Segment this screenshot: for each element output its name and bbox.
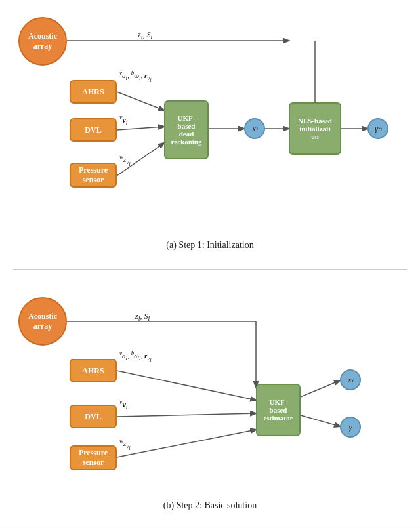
pressure-node-b: Pressure sensor bbox=[70, 445, 117, 470]
math-a-omega-r-a: vai, bωi, rvi bbox=[119, 70, 152, 83]
acoustic-array-node-a: Acoustic array bbox=[18, 17, 67, 66]
ukf-node-b: UKF- based estimator bbox=[256, 384, 301, 436]
gamma-circle-b: γ bbox=[340, 417, 361, 438]
footer-text: Fig. 2. Block diagram of the state initi… bbox=[0, 527, 420, 532]
diagram-b-arrows bbox=[7, 285, 413, 495]
math-v-vi-b: vvi bbox=[119, 398, 128, 411]
diagram-b-section: Acoustic array AHRS DVL Pressure sensor … bbox=[0, 274, 420, 525]
svg-line-10 bbox=[117, 371, 256, 400]
svg-line-14 bbox=[301, 415, 340, 426]
caption-a: (a) Step 1: Initialization bbox=[7, 240, 413, 256]
ahrs-node-a: AHRS bbox=[70, 80, 117, 104]
svg-line-2 bbox=[117, 127, 164, 130]
ahrs-node-b: AHRS bbox=[70, 359, 117, 382]
diagram-a-arrows bbox=[7, 12, 413, 235]
gamma-circle-a: γ₀ bbox=[368, 118, 388, 139]
diagram-b-canvas: Acoustic array AHRS DVL Pressure sensor … bbox=[7, 285, 413, 495]
xi-circle-a: xᵢ bbox=[244, 118, 265, 139]
ukf-node-a: UKF- based dead reckoning bbox=[164, 100, 209, 159]
math-w-z-b: wzvi bbox=[119, 438, 131, 451]
dvl-node-b: DVL bbox=[70, 405, 117, 428]
nls-node-a: NLS-based initializati on bbox=[289, 102, 341, 155]
diagram-a-canvas: Acoustic array AHRS DVL Pressure sensor … bbox=[7, 12, 413, 235]
svg-line-11 bbox=[117, 413, 256, 417]
math-a-omega-r-b: vai, bωi, rvi bbox=[119, 350, 152, 363]
dvl-node-a: DVL bbox=[70, 118, 117, 142]
math-w-z-a: wzvi bbox=[119, 153, 131, 167]
xi-circle-b: xᵢ bbox=[340, 369, 361, 390]
pressure-node-a: Pressure sensor bbox=[70, 163, 117, 188]
svg-line-13 bbox=[301, 380, 340, 397]
math-z-s-b: zi, Si bbox=[135, 312, 150, 322]
section-divider bbox=[13, 269, 407, 270]
svg-line-1 bbox=[117, 92, 164, 110]
caption-b: (b) Step 2: Basic solution bbox=[7, 501, 413, 516]
svg-line-12 bbox=[117, 430, 256, 457]
diagram-a-section: Acoustic array AHRS DVL Pressure sensor … bbox=[0, 0, 420, 265]
math-z-s-a: zi, Si bbox=[138, 30, 152, 41]
math-v-vi-a: vvi bbox=[119, 113, 128, 126]
acoustic-array-node-b: Acoustic array bbox=[18, 297, 67, 346]
